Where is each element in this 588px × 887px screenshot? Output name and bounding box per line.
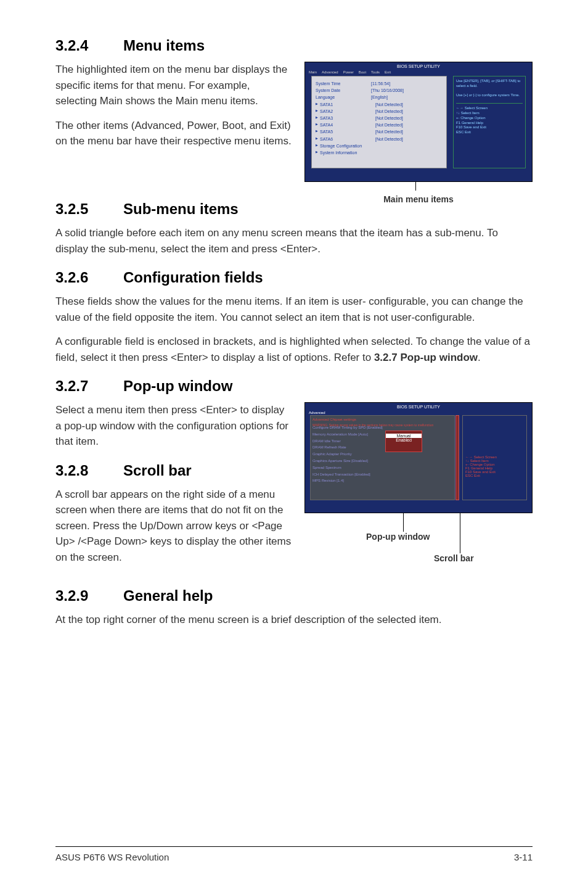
bios-row-5: SATA3[Not Detected] — [316, 115, 443, 122]
bios-title-text: BIOS SETUP UTILITY — [397, 64, 440, 68]
p-324-2: The other items (Advanced, Power, Boot, … — [55, 118, 292, 149]
bios-figure-2: BIOS SETUP UTILITY Advanced Advanced Chi… — [304, 402, 533, 513]
bios-row-0: System Time[11:56:54] — [316, 80, 443, 87]
bios-row-6: SATA4[Not Detected] — [316, 122, 443, 128]
val2: [English] — [371, 94, 388, 101]
val1: [Thu 10/16/2008] — [371, 87, 404, 94]
bios-row-8: SATA6[Not Detected] — [316, 136, 443, 142]
lbl10: System Information — [320, 149, 375, 156]
bios-right-panel: Use [ENTER], [TAB], or [SHIFT-TAB] to se… — [453, 76, 526, 168]
heading-328: 3.2.8Scroll bar — [55, 462, 292, 479]
menu-power: Power — [343, 70, 354, 75]
col-text-327: Select a menu item then press <Enter> to… — [55, 402, 292, 574]
lbl1: System Date — [316, 87, 371, 94]
popup-window: Manual Enabled — [385, 431, 422, 452]
fl6: Graphics Aperture Size [Disabled] — [312, 458, 452, 464]
title-326: Configuration fields — [123, 269, 263, 286]
bios-figure-1: BIOS SETUP UTILITY Main Advanced Power B… — [304, 62, 533, 182]
secno-324: 3.2.4 — [55, 37, 123, 54]
val8: [Not Detected] — [375, 136, 403, 142]
secno-328: 3.2.8 — [55, 462, 123, 479]
lbl3: SATA1 — [320, 101, 375, 108]
footer: ASUS P6T6 WS Revolution 3-11 — [55, 846, 533, 862]
caption-scroll: Scroll bar — [434, 553, 474, 563]
popup-opt-1: Enabled — [386, 438, 422, 442]
legend-text: ←→ Select Screen ↑↓ Select Item +- Chang… — [456, 103, 523, 135]
fl3: DRAM Refresh Rate — [312, 444, 452, 451]
caption-box-2: Pop-up window Scroll bar — [304, 513, 533, 575]
secno-326: 3.2.6 — [55, 269, 123, 286]
row-327: Select a menu item then press <Enter> to… — [55, 402, 533, 575]
caption-main-menu: Main menu items — [304, 194, 533, 204]
caption-container-1: Main menu items — [304, 182, 533, 200]
fig2-right: ←→ Select Screen ↑↓ Select Item +- Chang… — [462, 415, 527, 500]
lbl9: Storage Configuration — [320, 142, 375, 149]
col-img-327: BIOS SETUP UTILITY Advanced Advanced Chi… — [304, 402, 533, 575]
title-328: Scroll bar — [123, 462, 192, 479]
p-329-1: At the top right corner of the menu scre… — [55, 612, 533, 628]
help-text: Use [ENTER], [TAB], or [SHIFT-TAB] to se… — [456, 79, 523, 98]
lbl7: SATA5 — [320, 128, 375, 135]
p-324-1: The highlighted item on the menu bar dis… — [55, 62, 292, 109]
legend-text-2: ←→ Select Screen ↑↓ Select Item +- Chang… — [465, 455, 524, 477]
bios-row-10: System Information — [316, 149, 443, 156]
p-325-1: A solid triangle before each item on any… — [55, 225, 533, 257]
lbl2: Language — [316, 94, 371, 101]
bios-menubar: Main Advanced Power Boot Tools Exit — [309, 70, 528, 75]
popup-opt-0: Manual — [386, 434, 422, 438]
bios-row-2: Language[English] — [316, 94, 443, 101]
bios-list: System Time[11:56:54] System Date[Thu 10… — [312, 76, 446, 160]
val6: [Not Detected] — [375, 122, 403, 128]
val7: [Not Detected] — [375, 128, 403, 135]
p-327-1: Select a menu item then press <Enter> to… — [55, 402, 292, 450]
content: 3.2.4Menu items The highlighted item on … — [55, 37, 533, 628]
val0: [11:56:54] — [371, 80, 390, 87]
val4: [Not Detected] — [375, 108, 403, 115]
callout-line-1 — [415, 182, 416, 191]
p-326-2: A configurable field is enclosed in brac… — [55, 334, 533, 365]
menu-advanced: Advanced — [322, 70, 338, 75]
fl1: Memory Acceleration Mode [Auto] — [312, 431, 452, 438]
bios-title-2: BIOS SETUP UTILITY Advanced — [305, 404, 532, 415]
p-326-1: These fields show the values for the men… — [55, 294, 533, 325]
bios-row-9: Storage Configuration — [316, 142, 443, 149]
callout-line-scroll — [460, 513, 460, 553]
heading-324: 3.2.4Menu items — [55, 37, 533, 54]
val3: [Not Detected] — [375, 101, 403, 108]
heading-326: 3.2.6Configuration fields — [55, 269, 533, 286]
scroll-bar — [455, 415, 459, 500]
menu-main: Main — [309, 70, 317, 75]
footer-right: 3-11 — [514, 852, 533, 862]
bios-row-7: SATA5[Not Detected] — [316, 128, 443, 135]
lbl8: SATA6 — [320, 136, 375, 142]
fig2-header: Advanced Chipset settings — [311, 416, 454, 423]
title-324: Menu items — [123, 37, 205, 54]
bios-left-panel: System Time[11:56:54] System Date[Thu 10… — [311, 76, 447, 168]
bios-title-1: BIOS SETUP UTILITY Main Advanced Power B… — [305, 64, 532, 75]
title-325: Sub-menu items — [123, 200, 239, 217]
fig2-lines: Configure DRAM Timing by SPD [Enabled] M… — [312, 424, 452, 484]
bios-row-3: SATA1[Not Detected] — [316, 101, 443, 108]
callout-line-popup — [403, 513, 404, 532]
heading-327: 3.2.7Pop-up window — [55, 377, 533, 395]
title-327: Pop-up window — [123, 377, 232, 394]
fl7: Spread Spectrum — [312, 464, 452, 471]
secno-327: 3.2.7 — [55, 377, 123, 395]
fl2: DRAM Idle Timer — [312, 438, 452, 445]
menu-boot: Boot — [359, 70, 366, 75]
bios-row-1: System Date[Thu 10/16/2008] — [316, 87, 443, 94]
fl9: ICH Delayed Transaction [Enabled] — [312, 471, 452, 478]
fl5: Graphic Adapter Priority — [312, 451, 452, 458]
p-328-1: A scroll bar appears on the right side o… — [55, 487, 292, 566]
secno-329: 3.2.9 — [55, 587, 123, 604]
p-326-2c: . — [478, 352, 481, 363]
footer-left: ASUS P6T6 WS Revolution — [55, 852, 169, 862]
col-text-324: The highlighted item on the menu bar dis… — [55, 62, 292, 158]
val5: [Not Detected] — [375, 115, 403, 122]
lbl4: SATA2 — [320, 108, 375, 115]
title-329: General help — [123, 587, 213, 604]
lbl5: SATA3 — [320, 115, 375, 122]
secno-325: 3.2.5 — [55, 200, 123, 218]
col-img-324: BIOS SETUP UTILITY Main Advanced Power B… — [304, 62, 533, 200]
p-326-2b: 3.2.7 Pop-up window — [374, 352, 478, 363]
